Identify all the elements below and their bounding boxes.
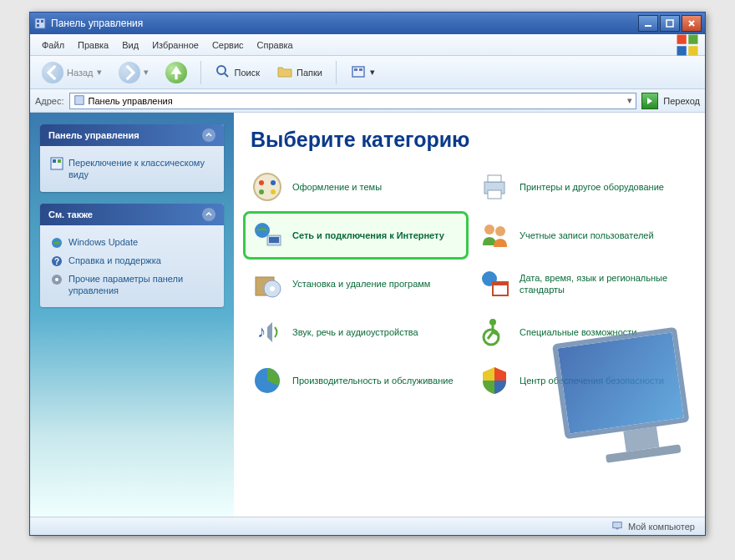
close-button[interactable] bbox=[682, 15, 702, 32]
titlebar[interactable]: Панель управления bbox=[30, 13, 705, 34]
menu-file[interactable]: Файл bbox=[35, 38, 71, 53]
printer-icon bbox=[478, 170, 511, 204]
panel-header[interactable]: См. также bbox=[40, 204, 224, 225]
panel-control-panel: Панель управления Переключение к классич… bbox=[40, 124, 224, 192]
main-content: Выберите категорию Оформление и темы При… bbox=[234, 113, 705, 517]
collapse-icon[interactable] bbox=[202, 208, 215, 221]
svg-point-10 bbox=[217, 66, 226, 74]
go-label: Переход bbox=[663, 96, 700, 106]
svg-rect-12 bbox=[354, 68, 357, 71]
svg-rect-6 bbox=[677, 34, 687, 43]
category-label: Принтеры и другое оборудование bbox=[520, 181, 664, 193]
category-appearance[interactable]: Оформление и темы bbox=[251, 170, 461, 204]
svg-rect-29 bbox=[488, 175, 501, 182]
address-input[interactable]: Панель управления ▾ bbox=[69, 93, 637, 109]
other-cp-options[interactable]: Прочие параметры панели управления bbox=[50, 270, 214, 300]
menu-view[interactable]: Вид bbox=[115, 38, 145, 53]
maximize-button[interactable] bbox=[660, 15, 680, 32]
toolbar: Назад ▾ ▾ Поиск Папки ▾ bbox=[30, 56, 705, 89]
svg-rect-46 bbox=[613, 522, 622, 527]
switch-classic-view[interactable]: Переключение к классическому виду bbox=[50, 154, 214, 184]
category-label: Дата, время, язык и региональные стандар… bbox=[520, 272, 688, 296]
svg-point-23 bbox=[254, 174, 281, 200]
svg-point-38 bbox=[270, 286, 275, 291]
clock-globe-icon bbox=[478, 267, 511, 300]
network-icon bbox=[251, 219, 284, 252]
svg-rect-8 bbox=[677, 46, 687, 55]
menu-edit[interactable]: Правка bbox=[71, 38, 115, 53]
svg-point-25 bbox=[271, 180, 276, 185]
category-label: Сеть и подключения к Интернету bbox=[292, 230, 444, 241]
svg-point-34 bbox=[484, 225, 494, 235]
svg-point-44 bbox=[484, 330, 499, 345]
category-network[interactable]: Сеть и подключения к Интернету bbox=[243, 211, 469, 260]
sidebar: Панель управления Переключение к классич… bbox=[30, 113, 234, 517]
views-button[interactable]: ▾ bbox=[343, 60, 382, 85]
category-printers[interactable]: Принтеры и другое оборудование bbox=[478, 170, 688, 204]
category-security[interactable]: Центр обеспечения безопасности bbox=[478, 364, 688, 397]
cd-box-icon bbox=[251, 267, 284, 300]
users-icon bbox=[478, 219, 511, 252]
help-support[interactable]: ? Справка и поддержка bbox=[50, 252, 214, 270]
go-button[interactable] bbox=[641, 93, 658, 109]
item-label: Переключение к классическому виду bbox=[68, 157, 214, 181]
dropdown-icon: ▾ bbox=[370, 67, 375, 78]
address-label: Адрес: bbox=[35, 96, 64, 106]
category-label: Оформление и темы bbox=[292, 181, 382, 193]
category-users[interactable]: Учетные записи пользователей bbox=[478, 219, 688, 252]
category-sound[interactable]: ♪ Звук, речь и аудиоустройства bbox=[251, 315, 461, 349]
svg-text:♪: ♪ bbox=[257, 322, 266, 341]
up-button[interactable] bbox=[159, 58, 194, 87]
category-performance[interactable]: Производительность и обслуживание bbox=[251, 364, 461, 397]
category-date-time[interactable]: Дата, время, язык и региональные стандар… bbox=[478, 267, 688, 300]
search-label: Поиск bbox=[235, 68, 260, 78]
search-button[interactable]: Поиск bbox=[208, 60, 266, 85]
folders-button[interactable]: Папки bbox=[270, 60, 329, 85]
svg-point-24 bbox=[259, 180, 264, 185]
svg-point-27 bbox=[271, 189, 276, 194]
svg-rect-16 bbox=[53, 159, 56, 163]
menubar: Файл Правка Вид Избранное Сервис Справка bbox=[30, 34, 705, 56]
minimize-button[interactable] bbox=[638, 15, 658, 32]
gear-icon bbox=[50, 273, 63, 286]
svg-point-22 bbox=[55, 278, 58, 281]
dropdown-icon: ▾ bbox=[144, 67, 149, 78]
back-label: Назад bbox=[67, 68, 94, 78]
svg-rect-33 bbox=[269, 237, 279, 243]
windows-logo-icon bbox=[675, 37, 700, 53]
forward-button[interactable]: ▾ bbox=[112, 58, 155, 87]
statusbar: Мой компьютер bbox=[30, 517, 705, 535]
svg-point-26 bbox=[259, 189, 264, 194]
cp-icon bbox=[50, 157, 63, 170]
address-value: Панель управления bbox=[89, 96, 173, 106]
status-text: Мой компьютер bbox=[628, 522, 695, 532]
svg-rect-13 bbox=[359, 68, 362, 71]
svg-rect-41 bbox=[493, 282, 508, 285]
svg-point-35 bbox=[495, 226, 505, 236]
category-label: Установка и удаление программ bbox=[292, 278, 430, 290]
menu-tools[interactable]: Сервис bbox=[205, 38, 251, 53]
computer-icon bbox=[611, 520, 623, 533]
panel-title: Панель управления bbox=[48, 130, 139, 140]
svg-rect-0 bbox=[35, 18, 45, 28]
category-label: Специальные возможности bbox=[520, 326, 636, 338]
collapse-icon[interactable] bbox=[202, 129, 215, 142]
separator bbox=[336, 61, 337, 84]
back-button[interactable]: Назад ▾ bbox=[35, 58, 109, 87]
folders-label: Папки bbox=[297, 68, 322, 78]
category-add-remove[interactable]: Установка и удаление программ bbox=[251, 267, 461, 300]
forward-icon bbox=[119, 62, 140, 83]
menu-help[interactable]: Справка bbox=[251, 38, 300, 53]
dropdown-icon[interactable]: ▾ bbox=[627, 95, 632, 106]
windows-update[interactable]: Windows Update bbox=[50, 234, 214, 252]
separator bbox=[200, 61, 201, 84]
addressbar: Адрес: Панель управления ▾ Переход bbox=[30, 89, 705, 113]
shield-icon bbox=[478, 364, 511, 397]
category-accessibility[interactable]: Специальные возможности bbox=[478, 315, 688, 349]
menu-favorites[interactable]: Избранное bbox=[145, 38, 205, 53]
window-title: Панель управления bbox=[51, 18, 638, 29]
svg-rect-14 bbox=[74, 95, 84, 104]
svg-point-43 bbox=[489, 319, 496, 325]
svg-rect-5 bbox=[667, 20, 673, 27]
panel-header[interactable]: Панель управления bbox=[40, 124, 224, 146]
